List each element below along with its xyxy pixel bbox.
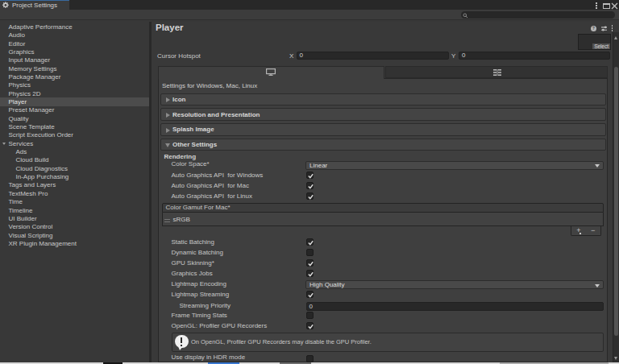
svg-text:?: ? bbox=[592, 27, 595, 31]
